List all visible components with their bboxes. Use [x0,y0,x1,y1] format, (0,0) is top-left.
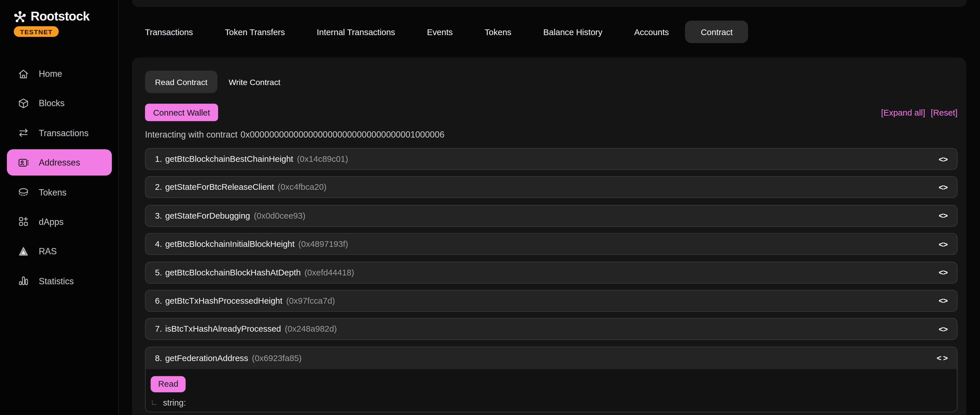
methods-list: 1. getBtcBlockchainBestChainHeight (0x14… [145,148,958,412]
rootstock-logo[interactable]: Rootstock [13,10,89,24]
method-index: 7. [155,324,162,334]
tab-transactions[interactable]: Transactions [145,21,193,43]
write-contract-tab[interactable]: Write Contract [229,77,280,86]
method-name: getBtcBlockchainBestChainHeight [165,154,293,164]
sidebar-item-transactions[interactable]: Transactions [7,120,112,146]
sidebar-item-addresses[interactable]: Addresses [7,149,112,175]
method-index: 3. [155,211,162,220]
method-row-7[interactable]: 7. isBtcTxHashAlreadyProcessed (0x248a98… [145,318,958,340]
dapps-icon [18,216,29,228]
sidebar-item-dapps[interactable]: dApps [7,209,112,235]
contract-page-tabs: Transactions Token Transfers Internal Tr… [145,21,748,43]
list-actions: [Expand all] [Reset] [881,108,958,117]
read-button[interactable]: Read [151,376,186,392]
method-row-6[interactable]: 6. getBtcTxHashProcessedHeight (0x97fcca… [145,290,958,312]
method-signature: (0x0d0cee93) [254,211,305,220]
addresses-icon [18,157,29,169]
tab-tokens[interactable]: Tokens [485,21,511,43]
sidebar: Rootstock TESTNET Home Blocks [0,0,119,415]
sidebar-item-ras[interactable]: RAS [7,239,112,265]
code-icon: <> [939,268,947,277]
method-name: getBtcTxHashProcessedHeight [165,296,282,305]
tab-contract[interactable]: Contract [685,21,748,43]
code-icon: <> [939,154,947,164]
return-marker-icon: ∟ [151,398,158,407]
method-signature: (0x6923fa85) [252,353,302,363]
interacting-line: Interacting with contract0x0000000000000… [145,129,958,139]
code-icon: <> [939,211,947,220]
method-row-8-body: Read ∟ string: [146,369,957,412]
tab-token-transfers[interactable]: Token Transfers [225,21,285,43]
sidebar-item-home[interactable]: Home [7,60,112,87]
method-row-4[interactable]: 4. getBtcBlockchainInitialBlockHeight (0… [145,233,958,255]
sidebar-item-label: dApps [39,217,64,227]
contract-address: 0x00000000000000000000000000000000010000… [240,129,444,139]
sidebar-item-label: Statistics [39,276,74,286]
method-name: getBtcBlockchainInitialBlockHeight [165,240,294,249]
method-signature: (0x248a982d) [285,324,337,334]
blocks-icon [18,97,29,109]
sidebar-item-blocks[interactable]: Blocks [7,90,112,116]
sidebar-item-label: Transactions [39,128,89,138]
sidebar-item-label: Tokens [39,187,67,197]
method-index: 5. [155,268,162,277]
method-row-8-header[interactable]: 8. getFederationAddress (0x6923fa85) < > [146,347,957,369]
method-index: 6. [155,296,162,305]
wallet-row: Connect Wallet [Expand all] [Reset] [145,103,958,121]
connect-wallet-button[interactable]: Connect Wallet [145,103,218,121]
tokens-icon [18,186,29,198]
home-icon [18,68,29,80]
sidebar-item-label: Home [39,69,62,79]
method-name: getFederationAddress [165,353,248,363]
sidebar-item-statistics[interactable]: Statistics [7,268,112,294]
method-row-3[interactable]: 3. getStateForDebugging (0x0d0cee93) <> [145,205,958,227]
code-icon: <> [939,296,947,305]
method-row-1[interactable]: 1. getBtcBlockchainBestChainHeight (0x14… [145,148,958,170]
expand-all-link[interactable]: [Expand all] [881,108,925,117]
tab-accounts[interactable]: Accounts [634,21,669,43]
method-index: 8. [155,353,162,363]
sidebar-item-label: Addresses [39,157,80,167]
code-icon: <> [939,183,947,192]
interacting-prefix: Interacting with contract [145,129,237,139]
tab-events[interactable]: Events [427,21,453,43]
statistics-icon [18,275,29,287]
method-signature: (0x97fcca7d) [286,296,335,305]
sidebar-item-label: Blocks [39,98,65,108]
method-row-2[interactable]: 2. getStateForBtcReleaseClient (0xc4fbca… [145,176,958,198]
code-icon: < > [937,353,947,363]
sidebar-nav: Home Blocks Transactions [0,60,118,297]
code-icon: <> [939,240,947,249]
tab-internal-transactions[interactable]: Internal Transactions [317,21,395,43]
transactions-icon [18,127,29,139]
method-name: getStateForBtcReleaseClient [165,183,274,192]
scrolled-card-edge [132,0,967,7]
sidebar-item-label: RAS [39,246,57,256]
method-signature: (0x14c89c01) [297,154,348,164]
method-name: isBtcTxHashAlreadyProcessed [165,324,281,334]
read-contract-tab[interactable]: Read Contract [145,70,218,93]
method-index: 1. [155,154,162,164]
method-signature: (0x4897193f) [298,240,348,249]
method-row-5[interactable]: 5. getBtcBlockchainBlockHashAtDepth (0xe… [145,261,958,283]
main-area: Transactions Token Transfers Internal Tr… [119,0,980,415]
contract-panel: Read Contract Write Contract Connect Wal… [132,57,966,415]
code-icon: <> [939,324,947,334]
method-row-8-expanded: 8. getFederationAddress (0x6923fa85) < >… [145,347,958,412]
app-viewport: Rootstock TESTNET Home Blocks [0,0,980,415]
method-index: 4. [155,240,162,249]
method-name: getBtcBlockchainBlockHashAtDepth [165,268,301,277]
brand-name: Rootstock [30,10,89,24]
sidebar-item-tokens[interactable]: Tokens [7,179,112,205]
method-signature: (0xefd44418) [304,268,354,277]
method-index: 2. [155,183,162,192]
method-name: getStateForDebugging [165,211,250,220]
output-type-label: string: [163,398,186,407]
ras-icon [18,245,29,258]
reset-link[interactable]: [Reset] [931,108,958,117]
rootstock-flower-icon [13,10,27,24]
method-output: ∟ string: [151,398,947,407]
testnet-badge: TESTNET [14,26,59,37]
tab-balance-history[interactable]: Balance History [543,21,603,43]
method-signature: (0xc4fbca20) [278,183,327,192]
